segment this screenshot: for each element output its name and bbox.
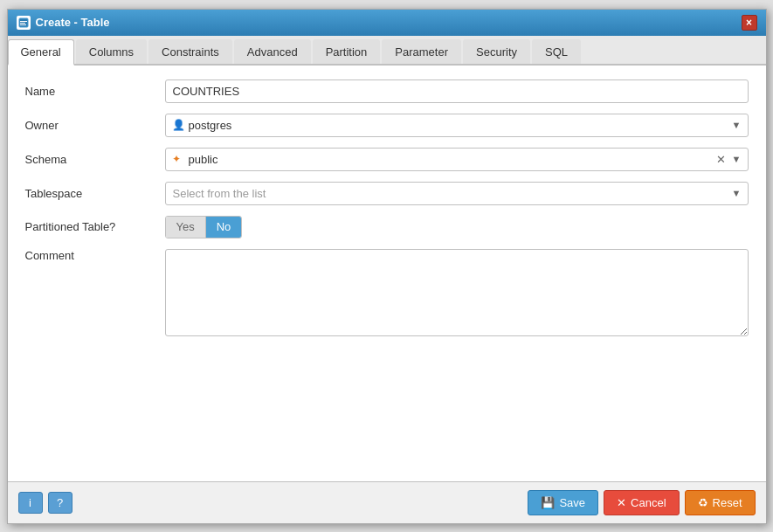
tablespace-row: Tablespace Select from the list ▼	[25, 182, 749, 205]
footer-right: 💾 Save ✕ Cancel ♻ Reset	[528, 490, 755, 515]
tablespace-select[interactable]: Select from the list	[165, 182, 749, 205]
comment-row: Comment	[25, 249, 749, 336]
tab-general[interactable]: General	[8, 39, 74, 66]
reset-button[interactable]: ♻ Reset	[685, 490, 756, 515]
tab-constraints[interactable]: Constraints	[148, 39, 232, 64]
schema-row: Schema ✦ public ✕ ▼	[25, 148, 749, 171]
name-label: Name	[25, 85, 165, 98]
comment-textarea[interactable]	[165, 249, 749, 336]
svg-rect-3	[20, 24, 26, 25]
schema-select[interactable]: public	[165, 148, 749, 171]
svg-rect-1	[20, 21, 27, 22]
owner-select-wrapper: 👤 postgres ▼	[165, 114, 749, 137]
toggle-yes[interactable]: Yes	[166, 217, 206, 238]
schema-clear-button[interactable]: ✕	[716, 153, 726, 166]
title-bar: Create - Table ×	[8, 10, 766, 36]
schema-select-wrapper: ✦ public ✕ ▼	[165, 148, 749, 171]
tablespace-select-wrapper: Select from the list ▼	[165, 182, 749, 205]
toggle-no[interactable]: No	[206, 217, 242, 238]
owner-row: Owner 👤 postgres ▼	[25, 114, 749, 137]
owner-label: Owner	[25, 119, 165, 132]
schema-label: Schema	[25, 153, 165, 166]
partitioned-row: Partitioned Table? Yes No	[25, 216, 749, 238]
partitioned-toggle-container: Yes No	[165, 216, 243, 238]
tab-partition[interactable]: Partition	[313, 39, 381, 64]
partitioned-toggle[interactable]: Yes No	[165, 216, 243, 238]
name-row: Name	[25, 79, 749, 103]
tab-advanced[interactable]: Advanced	[234, 39, 311, 64]
dialog-icon	[17, 16, 31, 30]
comment-label: Comment	[25, 249, 165, 262]
footer-left: i ?	[18, 492, 72, 514]
tab-sql[interactable]: SQL	[532, 39, 581, 64]
info-button[interactable]: i	[18, 492, 43, 514]
form-content: Name Owner 👤 postgres ▼ Schema ✦ public	[8, 66, 766, 481]
svg-rect-2	[20, 23, 25, 24]
cancel-label: Cancel	[631, 496, 666, 509]
partitioned-label: Partitioned Table?	[25, 220, 165, 233]
tab-parameter[interactable]: Parameter	[382, 39, 461, 64]
help-button[interactable]: ?	[48, 492, 72, 514]
tab-columns[interactable]: Columns	[76, 39, 147, 64]
cancel-icon: ✕	[617, 496, 626, 509]
create-table-dialog: Create - Table × General Columns Constra…	[7, 9, 767, 524]
save-button[interactable]: 💾 Save	[528, 490, 598, 515]
footer: i ? 💾 Save ✕ Cancel ♻ Reset	[8, 481, 766, 523]
reset-icon: ♻	[698, 496, 708, 509]
owner-select[interactable]: postgres	[165, 114, 749, 137]
tabs-container: General Columns Constraints Advanced Par…	[8, 36, 766, 66]
close-button[interactable]: ×	[742, 15, 757, 31]
save-label: Save	[559, 496, 585, 509]
reset-label: Reset	[713, 496, 742, 509]
cancel-button[interactable]: ✕ Cancel	[604, 490, 679, 515]
tablespace-label: Tablespace	[25, 187, 165, 200]
dialog-title: Create - Table	[36, 16, 110, 29]
title-bar-left: Create - Table	[17, 16, 110, 30]
tab-security[interactable]: Security	[463, 39, 530, 64]
name-input[interactable]	[165, 79, 749, 103]
save-icon: 💾	[541, 496, 555, 509]
